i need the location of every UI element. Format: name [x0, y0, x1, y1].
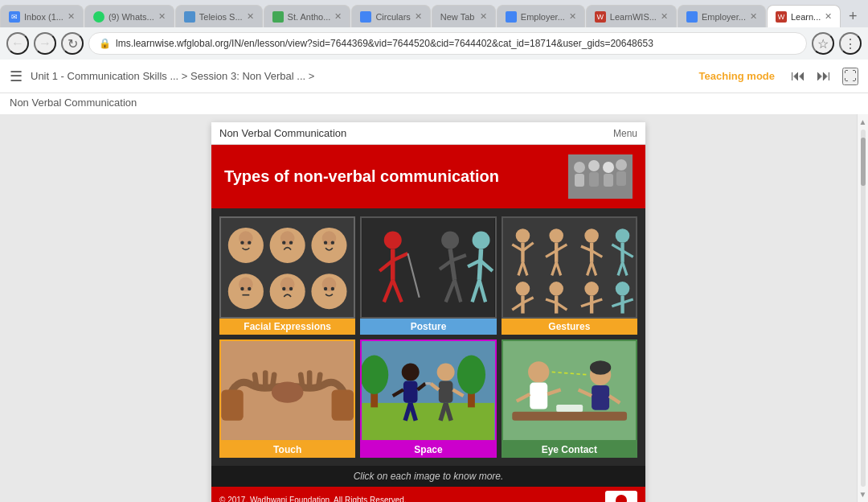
- tab-newtab[interactable]: New Tab ✕: [432, 5, 496, 27]
- svg-rect-107: [362, 403, 495, 440]
- cell-gestures[interactable]: Gestures: [502, 216, 637, 335]
- tab-close-teleios[interactable]: ✕: [243, 11, 254, 22]
- tab-close-newtab[interactable]: ✕: [476, 11, 487, 22]
- back-button[interactable]: ←: [6, 32, 29, 55]
- scroll-down[interactable]: ▼: [859, 490, 867, 499]
- svg-point-105: [272, 381, 304, 402]
- scrollbar-thumb[interactable]: [861, 138, 866, 186]
- svg-point-5: [603, 162, 614, 173]
- space-label: Space: [360, 442, 496, 458]
- breadcrumb-session[interactable]: Session 3: Non Verbal ...: [190, 70, 305, 82]
- tab-employer2[interactable]: Employer... ✕: [678, 5, 766, 27]
- new-tab-button[interactable]: +: [841, 5, 864, 27]
- svg-point-16: [282, 241, 285, 244]
- lesson-frame-menu[interactable]: Menu: [613, 128, 637, 139]
- svg-rect-8: [616, 171, 626, 186]
- svg-point-49: [473, 231, 490, 249]
- svg-line-99: [272, 375, 274, 387]
- top-nav: ☰ Unit 1 - Communication Skills ... > Se…: [0, 60, 868, 93]
- slide-heading: Types of non-verbal communication: [224, 167, 499, 186]
- cell-space[interactable]: Space: [360, 339, 496, 458]
- tab-close-learnwis[interactable]: ✕: [657, 11, 668, 22]
- scroll-up[interactable]: ▲: [859, 117, 867, 126]
- bookmark-button[interactable]: ☆: [812, 32, 834, 55]
- svg-point-33: [324, 287, 327, 290]
- footer-logo: WADHWANI: [605, 491, 637, 502]
- posture-svg: [362, 218, 494, 317]
- svg-point-29: [282, 287, 285, 290]
- svg-rect-113: [403, 381, 418, 402]
- hamburger-menu[interactable]: ☰: [10, 68, 23, 85]
- cell-eye-contact[interactable]: Eye Contact: [502, 339, 637, 458]
- tab-stantho[interactable]: St. Antho... ✕: [264, 5, 351, 27]
- svg-point-1: [574, 162, 585, 173]
- lesson-frame-title: Non Verbal Communication: [219, 127, 346, 139]
- instruction-text: Click on each image to know more.: [354, 471, 504, 482]
- forward-button[interactable]: →: [34, 32, 56, 55]
- address-bar[interactable]: 🔒 lms.learnwise.wfglobal.org/IN/en/lesso…: [88, 32, 807, 55]
- cell-touch[interactable]: Touch: [219, 339, 355, 458]
- tab-icon-employer2: [686, 11, 698, 23]
- svg-rect-4: [589, 172, 599, 187]
- svg-line-102: [301, 375, 302, 387]
- tab-close-whats[interactable]: ✕: [154, 11, 166, 22]
- cell-posture[interactable]: Posture: [360, 216, 496, 335]
- tab-icon-teleios: [184, 11, 195, 23]
- tab-close-circulars[interactable]: ✕: [411, 11, 422, 22]
- next-nav-button[interactable]: ⏭: [817, 68, 831, 84]
- svg-rect-6: [604, 174, 613, 187]
- svg-rect-103: [221, 389, 243, 420]
- tab-label-teleios: Teleios S...: [199, 12, 243, 22]
- nav-controls: ⏮ ⏭ ⛶: [791, 68, 858, 85]
- svg-point-118: [437, 363, 455, 381]
- image-grid: Facial Expressions: [211, 208, 645, 466]
- tab-learnwis2[interactable]: W Learn... ✕: [767, 5, 841, 27]
- slide-header: Types of non-verbal communication: [211, 145, 645, 208]
- slide-content: Types of non-verbal communication: [211, 145, 645, 502]
- svg-point-92: [615, 282, 629, 296]
- svg-point-68: [584, 228, 599, 243]
- facial-expressions-svg: [221, 218, 354, 317]
- scrollbar[interactable]: ▲ ▼: [857, 114, 868, 502]
- tab-close-employer2[interactable]: ✕: [746, 11, 757, 22]
- svg-line-50: [480, 249, 481, 279]
- prev-nav-button[interactable]: ⏮: [791, 68, 805, 84]
- tab-close-learnwis2[interactable]: ✕: [821, 11, 832, 22]
- tab-icon-stantho: [272, 11, 284, 23]
- space-svg: [362, 341, 494, 440]
- tab-icon-learnwis2: W: [776, 11, 787, 23]
- lesson-frame-header: Non Verbal Communication Menu: [211, 122, 645, 145]
- address-bar-row: ← → ↻ 🔒 lms.learnwise.wfglobal.org/IN/en…: [0, 27, 868, 60]
- tab-employer1[interactable]: Employer... ✕: [497, 5, 585, 27]
- tab-circulars[interactable]: Circulars ✕: [351, 5, 430, 27]
- svg-rect-125: [503, 341, 636, 440]
- slide-instruction: Click on each image to know more.: [211, 466, 645, 487]
- svg-point-25: [248, 287, 251, 290]
- tab-close-employer1[interactable]: ✕: [565, 11, 576, 22]
- tab-whats[interactable]: (9) Whats... ✕: [84, 5, 174, 27]
- cell-facial-expressions[interactable]: Facial Expressions: [219, 216, 355, 335]
- secondary-nav: Non Verbal Communication: [0, 93, 868, 114]
- tab-close-stantho[interactable]: ✕: [330, 11, 342, 22]
- tab-label-employer1: Employer...: [521, 12, 565, 22]
- svg-line-97: [255, 375, 256, 387]
- teaching-mode-label[interactable]: Teaching mode: [699, 70, 775, 82]
- tab-teleios[interactable]: Teleios S... ✕: [175, 5, 263, 27]
- fullscreen-button[interactable]: ⛶: [842, 68, 858, 85]
- tab-learnwis[interactable]: W LearnWIS... ✕: [586, 5, 677, 27]
- browser-chrome: ✉ Inbox (1... ✕ (9) Whats... ✕ Teleios S…: [0, 0, 868, 60]
- tab-label-learnwis2: Learn...: [791, 12, 821, 22]
- svg-point-13: [248, 241, 251, 244]
- reload-button[interactable]: ↻: [61, 32, 84, 55]
- scrollbar-track[interactable]: [861, 130, 866, 487]
- group-photo-svg: [568, 154, 633, 199]
- eye-contact-svg: [503, 341, 636, 440]
- breadcrumb-unit[interactable]: Unit 1 - Communication Skills ...: [31, 70, 178, 82]
- tab-bar: ✉ Inbox (1... ✕ (9) Whats... ✕ Teleios S…: [0, 0, 868, 27]
- tab-inbox[interactable]: ✉ Inbox (1... ✕: [0, 5, 84, 27]
- menu-button[interactable]: ⋮: [839, 32, 862, 55]
- svg-point-74: [515, 282, 530, 296]
- tab-close-inbox[interactable]: ✕: [63, 11, 75, 22]
- svg-rect-104: [332, 389, 354, 420]
- breadcrumb: Unit 1 - Communication Skills ... > Sess…: [31, 70, 699, 82]
